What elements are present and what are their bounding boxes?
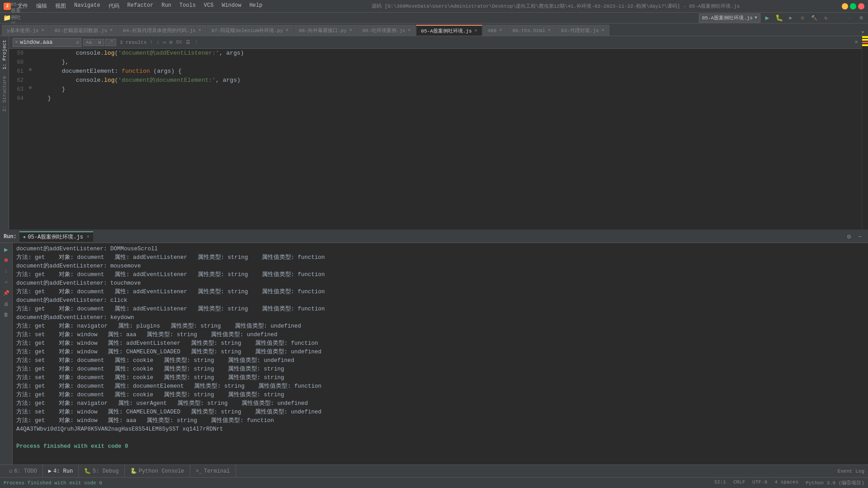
tab-env-case[interactable]: 05-吐环境案例.js × [358, 25, 416, 36]
run-panel-minimize-button[interactable]: − [855, 232, 864, 241]
gutter-mark [862, 39, 868, 41]
event-log-button[interactable]: Event Log [838, 469, 864, 474]
close-tab-icon[interactable]: × [349, 28, 352, 33]
sidebar-item-project[interactable]: 1: Project [1, 37, 8, 72]
menu-view[interactable]: 视图 [52, 1, 70, 11]
search-cancel-icon[interactable]: × [15, 39, 18, 46]
tab-a-stock-active[interactable]: 05-A股案例吐环境.js × [416, 25, 482, 36]
menu-refactor[interactable]: Refactor [124, 1, 157, 11]
maximize-button[interactable]: □ [850, 3, 856, 9]
close-tab-icon[interactable]: × [110, 28, 113, 33]
output-line: 方法: get 对象: window 属性: CHAMELEON_LOADED … [16, 348, 864, 357]
run-file-icon[interactable]: 05-A股案例吐环境.js [13, 13, 23, 23]
tab-interceptor[interactable]: 02-拦截器返回数据.js × [49, 25, 118, 36]
settings-button[interactable]: ⚙ [856, 13, 866, 23]
close-run-tab-icon[interactable]: × [87, 235, 90, 239]
search-options: Aa W .* [83, 39, 116, 46]
output-line: document的addEventListener: DOMMouseScrol… [16, 245, 864, 253]
tab-ths-html[interactable]: 06-ths.html × [507, 25, 556, 36]
tab-y-basic[interactable]: y基本使用.js × [2, 25, 49, 36]
tab-selenium[interactable]: 07-同花顺Selenium补环境.py × [207, 25, 293, 36]
status-indent[interactable]: 4 spaces [774, 479, 798, 486]
search-option-btn[interactable]: ☰ [184, 39, 192, 46]
menu-edit[interactable]: 编辑 [33, 1, 51, 11]
run-config-dropdown[interactable]: 05-A股案例吐环境.js ▼ [699, 14, 760, 23]
tab-expose-api[interactable]: 08-向外暴露接口.py × [294, 25, 357, 36]
status-position[interactable]: 32:1 [714, 479, 726, 486]
sync-button[interactable]: ↻ [821, 13, 831, 23]
stop-run-button[interactable]: ■ [2, 256, 11, 265]
search-next-button[interactable]: ↓ [155, 39, 161, 46]
status-language[interactable]: Python 3.9 (编⑤项目) [806, 479, 864, 486]
tab-python-console[interactable]: 🐍 Python Console [125, 465, 190, 478]
menu-window[interactable]: Window [218, 1, 245, 11]
gutter-mark [862, 44, 868, 46]
tab-proxy-code[interactable]: 04-封装代理具体使用的代码.js × [118, 25, 206, 36]
clear-output-button[interactable]: 🗑 [2, 310, 11, 319]
build-button[interactable]: 🔨 [809, 13, 819, 23]
close-tab-icon[interactable]: × [548, 28, 551, 33]
terminal-icon: >_ [196, 468, 202, 474]
search-case-btn[interactable]: Cc [175, 39, 184, 46]
run-panel-settings-button[interactable]: ⚙ [844, 232, 854, 241]
output-area: document的addEventListener: DOMMouseScrol… [13, 243, 868, 465]
rerun-button[interactable]: ▶ [2, 245, 11, 254]
close-tab-icon[interactable]: × [408, 28, 410, 33]
search-prev-button[interactable]: ↑ [148, 39, 154, 46]
close-tab-icon[interactable]: × [286, 28, 288, 33]
search-regex-button[interactable]: .* [105, 39, 116, 46]
search-funnel-btn[interactable]: ⋮ [193, 39, 200, 46]
minimize-button[interactable]: − [842, 3, 848, 9]
toolbar: 📁 05-A股案例吐环境.js 05-A股案例吐环境.js ▼ ▶ 🐛 ▶ ■ … [0, 13, 868, 23]
tab-488[interactable]: 488 × [483, 25, 507, 36]
tab-debug[interactable]: 🐛 5: Debug [79, 465, 125, 478]
search-filter-btn[interactable]: ⊟ [168, 39, 174, 46]
tab-run[interactable]: ▶ 4: Run [43, 465, 79, 478]
close-tab-icon[interactable]: × [602, 28, 604, 33]
status-exit-message: Process finished with exit code 0 [4, 480, 102, 486]
output-line: document的addEventListener: keydown [16, 314, 864, 322]
debug-button[interactable]: 🐛 [774, 13, 784, 23]
menu-tools[interactable]: Tools [176, 1, 199, 11]
status-encoding[interactable]: UTF-8 [752, 479, 767, 486]
close-tab-icon[interactable]: × [475, 28, 477, 33]
tab-proxy-wrap[interactable]: 03-代理封装.js × [556, 25, 609, 36]
run-with-coverage-button[interactable]: ▶ [786, 13, 796, 23]
run-button[interactable]: ▶ [762, 13, 772, 23]
close-tab-icon[interactable]: × [198, 28, 201, 33]
sidebar-item-structure[interactable]: 2: Structure [1, 73, 8, 114]
close-tab-icon[interactable]: × [499, 28, 502, 33]
undo-button[interactable]: ← [833, 13, 843, 23]
run-panel-controls: ⚙ − [844, 232, 864, 241]
output-hash-line: A4QA3TWbvi0d1QruhJRAP8K5VAN2nagHasE8S54L… [16, 425, 864, 434]
search-close-button[interactable]: × [854, 39, 858, 46]
menu-navigate[interactable]: Navigate [71, 1, 104, 11]
tab-todo[interactable]: ☑ 6: TODO [4, 465, 43, 478]
main-content: 1: Project 2: Structure × ↺ Aa W .* 3 re… [0, 36, 868, 230]
search-match-case-button[interactable]: Aa [83, 39, 94, 46]
search-all-button[interactable]: ▭ [161, 39, 167, 46]
scroll-to-end-button[interactable]: ↓ [2, 267, 11, 276]
close-tab-icon[interactable]: × [41, 28, 44, 33]
output-line: 方法: get 对象: window 属性: aaa 属性类型: string … [16, 417, 864, 425]
search-replace-icon[interactable]: ↺ [76, 39, 79, 45]
search-input[interactable] [20, 39, 74, 46]
menu-vcs[interactable]: VCS [200, 1, 217, 11]
run-panel-tab[interactable]: ● 05-A股案例吐环境.js × [19, 231, 93, 242]
soft-wrap-button[interactable]: ⏎ [2, 277, 11, 286]
run-tab-icon: ● [23, 235, 26, 240]
search-whole-word-button[interactable]: W [95, 39, 104, 46]
menu-help[interactable]: Help [246, 1, 266, 11]
tab-terminal[interactable]: >_ Terminal [190, 465, 236, 478]
stop-button[interactable]: ■ [797, 13, 807, 23]
output-line: 方法: get 对象: document 属性: addEventListene… [16, 253, 864, 262]
status-line-ending[interactable]: CRLF [733, 479, 745, 486]
menu-run[interactable]: Run [158, 1, 175, 11]
pin-tab-button[interactable]: 📌 [2, 288, 11, 297]
print-button[interactable]: 🖨 [2, 299, 11, 308]
menu-code[interactable]: 代码 [105, 1, 123, 11]
close-button[interactable]: × [858, 3, 864, 9]
redo-button[interactable]: → [844, 13, 854, 23]
tab-overflow-button[interactable]: ▾ [859, 29, 866, 36]
search-bar: × ↺ Aa W .* 3 results ↑ ↓ ▭ ⊟ Cc ☰ ⋮ × [9, 36, 862, 49]
